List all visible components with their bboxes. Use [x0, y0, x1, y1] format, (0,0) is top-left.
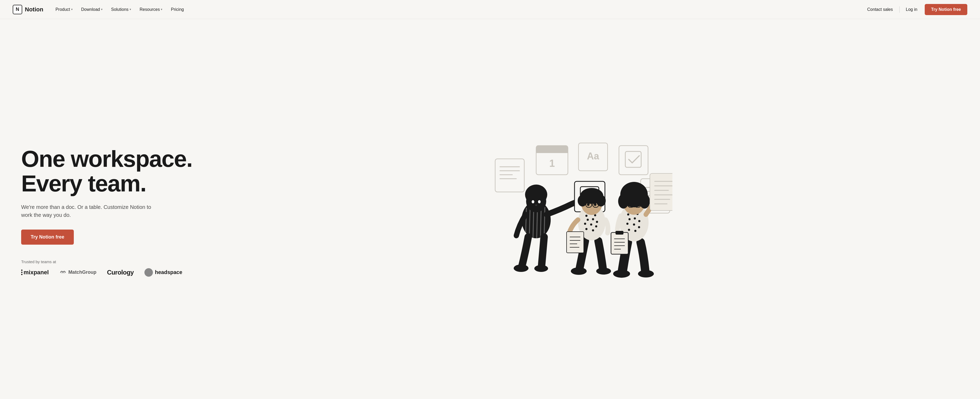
svg-rect-89	[616, 231, 624, 235]
chevron-down-icon: ▾	[161, 8, 162, 11]
chevron-down-icon: ▾	[101, 8, 103, 11]
svg-point-53	[596, 195, 606, 206]
mixpanel-logo: mixpanel	[21, 269, 49, 276]
nav-product[interactable]: Product ▾	[52, 5, 76, 14]
svg-point-49	[592, 229, 594, 231]
svg-point-75	[638, 226, 640, 228]
svg-point-81	[639, 194, 650, 209]
svg-point-45	[584, 223, 586, 225]
trusted-section: Trusted by teams at mixpanel	[21, 260, 192, 277]
headspace-circle-icon	[145, 268, 153, 277]
trusted-label: Trusted by teams at	[21, 260, 192, 264]
svg-point-65	[638, 270, 654, 278]
hero-headline: One workspace. Every team.	[21, 147, 192, 196]
matchgroup-logo: MatchGroup	[59, 269, 96, 276]
hero-cta-button[interactable]: Try Notion free	[21, 230, 74, 245]
trusted-logos: mixpanel MatchGroup Curology	[21, 268, 192, 277]
contact-sales-link[interactable]: Contact sales	[863, 5, 897, 14]
svg-point-32	[514, 265, 528, 272]
nav-divider	[899, 6, 900, 13]
text-aa-card: Aa	[579, 143, 608, 171]
hero-left: One workspace. Every team. We're more th…	[21, 147, 192, 277]
svg-point-44	[596, 221, 598, 223]
matchgroup-icon	[59, 269, 67, 276]
headspace-logo: headspace	[145, 268, 182, 277]
svg-text:Aa: Aa	[587, 151, 599, 161]
svg-point-72	[638, 220, 640, 222]
chevron-down-icon: ▾	[130, 8, 131, 11]
svg-point-47	[595, 225, 597, 227]
svg-point-70	[628, 218, 631, 220]
svg-rect-7	[536, 151, 568, 153]
hero-svg-illustration: 1 Aa	[487, 138, 672, 291]
mixpanel-dots	[21, 270, 22, 275]
hero-subtext: We're more than a doc. Or a table. Custo…	[21, 203, 153, 219]
hero-illustration: 1 Aa	[192, 132, 967, 291]
nav-links: Product ▾ Download ▾ Solutions ▾ Resourc…	[52, 5, 863, 14]
nav-solutions[interactable]: Solutions ▾	[107, 5, 135, 14]
document-right-touch	[650, 174, 672, 211]
svg-point-82	[629, 203, 632, 206]
svg-point-83	[636, 203, 639, 206]
logo-link[interactable]: N Notion	[13, 5, 43, 14]
svg-point-73	[626, 223, 628, 225]
login-link[interactable]: Log in	[902, 5, 922, 14]
svg-point-36	[571, 267, 587, 275]
svg-point-42	[587, 219, 589, 221]
nav-download[interactable]: Download ▾	[78, 5, 107, 14]
svg-point-76	[628, 229, 630, 231]
svg-point-27	[525, 185, 547, 205]
chevron-down-icon: ▾	[71, 8, 73, 11]
checkbox-card-top	[619, 145, 648, 175]
svg-point-30	[535, 204, 537, 206]
svg-point-54	[587, 203, 590, 206]
svg-rect-0	[495, 159, 524, 192]
logo-icon: N	[13, 5, 22, 14]
svg-rect-88	[611, 233, 628, 254]
nav-resources[interactable]: Resources ▾	[136, 5, 166, 14]
illustration-container: 1 Aa	[487, 138, 672, 286]
svg-rect-94	[650, 174, 672, 211]
svg-point-48	[585, 228, 587, 230]
nav-right: Contact sales Log in Try Notion free	[863, 4, 967, 15]
svg-point-39	[585, 215, 587, 217]
svg-point-28	[532, 200, 534, 203]
svg-point-55	[594, 203, 597, 206]
doc-card-topleft	[495, 159, 524, 192]
svg-point-80	[618, 194, 629, 209]
hero-section: One workspace. Every team. We're more th…	[0, 19, 980, 399]
svg-point-67	[627, 214, 629, 215]
logo-text: Notion	[25, 6, 43, 13]
svg-rect-11	[619, 145, 648, 175]
nav-pricing[interactable]: Pricing	[167, 5, 188, 14]
svg-point-43	[592, 218, 594, 220]
svg-point-71	[634, 217, 636, 220]
curology-logo: Curology	[107, 269, 134, 276]
svg-point-74	[633, 223, 635, 225]
svg-point-77	[634, 230, 636, 232]
svg-point-64	[613, 270, 630, 278]
svg-text:1: 1	[549, 158, 555, 169]
svg-point-29	[538, 200, 541, 203]
try-notion-free-button[interactable]: Try Notion free	[925, 4, 967, 15]
svg-rect-59	[566, 231, 584, 253]
navigation: N Notion Product ▾ Download ▾ Solutions …	[0, 0, 980, 19]
svg-point-37	[596, 268, 611, 275]
svg-point-33	[534, 265, 548, 272]
calendar-card-top: 1	[536, 145, 568, 175]
svg-point-46	[590, 223, 592, 225]
